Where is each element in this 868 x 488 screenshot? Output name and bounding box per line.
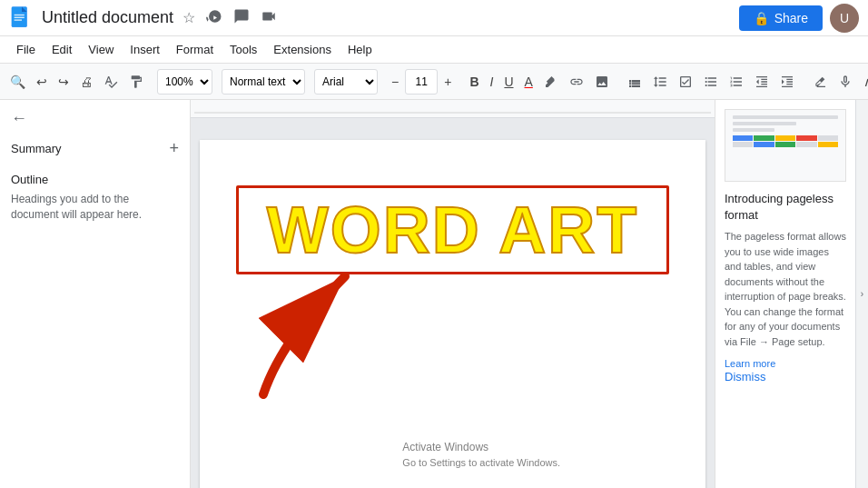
doc-title: Untitled document [42,8,173,27]
italic-button[interactable]: I [486,71,498,93]
history-button[interactable] [202,6,226,30]
zoom-select[interactable]: 100% 75% 50% 125% 150% [157,69,212,95]
chat-button[interactable] [230,6,253,30]
sidebar-add-button[interactable]: + [169,139,179,158]
document-page: WORD ART [200,140,705,488]
menu-view[interactable]: View [81,40,121,59]
checklist-button[interactable] [674,71,697,93]
right-panel: Introducing pageless format The pageless… [715,100,855,488]
highlight-button[interactable] [539,71,563,93]
increase-indent-button[interactable] [775,71,799,93]
text-color-button[interactable]: A [520,71,538,93]
search-button[interactable]: 🔍 [5,71,30,93]
style-select[interactable]: Normal text Heading 1 Heading 2 Heading … [222,69,305,95]
sidebar-header: ← [11,109,179,128]
meet-button[interactable] [257,6,281,30]
sidebar-back-button[interactable]: ← [11,109,27,128]
font-select[interactable]: Arial Times New Roman Courier New [314,69,378,95]
menu-format[interactable]: Format [169,40,221,59]
voice-typing-button[interactable] [833,71,857,93]
sidebar-summary-title: Summary [11,142,62,155]
panel-title: Introducing pageless format [725,191,846,224]
bold-button[interactable]: B [465,71,483,93]
outline-hint: Headings you add to the document will ap… [11,192,179,223]
toolbar: 🔍 ↩ ↪ 🖨 100% 75% 50% 125% 150% Normal te… [0,64,868,100]
collapse-toolbar-button[interactable]: ∧ [859,71,868,93]
word-art-text: WORD ART [257,197,648,263]
panel-preview [725,109,846,182]
bullet-list-button[interactable] [699,71,723,93]
outline-title: Outline [11,173,179,186]
ruler [191,100,715,118]
lock-icon: 🔒 [754,11,769,25]
preview-line-1 [733,115,838,119]
preview-line-2 [733,122,796,125]
star-button[interactable]: ☆ [179,7,199,28]
menu-help[interactable]: Help [340,40,380,59]
numbered-list-button[interactable] [725,71,748,93]
title-right: 🔒 Share U [739,4,859,33]
undo-button[interactable]: ↩ [32,71,52,93]
menu-bar: File Edit View Insert Format Tools Exten… [0,36,868,64]
image-button[interactable] [590,71,614,93]
spellcheck-button[interactable] [99,71,123,93]
line-spacing-button[interactable] [648,71,672,93]
align-button[interactable] [623,71,646,93]
menu-edit[interactable]: Edit [44,40,79,59]
menu-tools[interactable]: Tools [222,40,264,59]
menu-extensions[interactable]: Extensions [266,40,339,59]
sidebar-outline: Outline Headings you add to the document… [11,173,179,223]
app-icon [9,5,35,31]
font-size-minus-button[interactable]: − [387,71,403,93]
main-area: ← Summary + Outline Headings you add to … [0,100,868,488]
right-collapse-handle[interactable]: › [855,100,868,488]
svg-rect-2 [15,14,25,15]
title-bar: Untitled document ☆ 🔒 Share U [0,0,868,36]
print-button[interactable]: 🖨 [75,71,97,93]
avatar: U [830,4,859,33]
learn-more-link[interactable]: Learn more [725,358,775,369]
decrease-indent-button[interactable] [750,71,774,93]
svg-rect-4 [15,19,22,20]
share-label: Share [774,11,808,25]
font-size-plus-button[interactable]: + [439,71,456,93]
underline-button[interactable]: U [499,71,518,93]
preview-table [733,135,838,147]
paint-format-button[interactable] [124,71,148,93]
ruler-marks [194,100,711,117]
sidebar: ← Summary + Outline Headings you add to … [0,100,191,488]
font-size-input[interactable] [405,69,438,95]
doc-area: WORD ART Activate Windows Go to [191,100,715,488]
title-icons: ☆ [179,6,281,30]
panel-body: The pageless format allows you to use wi… [725,229,846,349]
link-button[interactable] [565,71,588,93]
word-art-container: WORD ART [236,185,669,274]
share-button[interactable]: 🔒 Share [739,5,823,31]
redo-button[interactable]: ↪ [54,71,74,93]
preview-line-3 [733,128,774,132]
dismiss-button[interactable]: Dismiss [725,370,766,383]
clear-format-button[interactable] [808,71,832,93]
svg-rect-3 [15,16,25,17]
menu-file[interactable]: File [9,40,43,59]
menu-insert[interactable]: Insert [123,40,167,59]
